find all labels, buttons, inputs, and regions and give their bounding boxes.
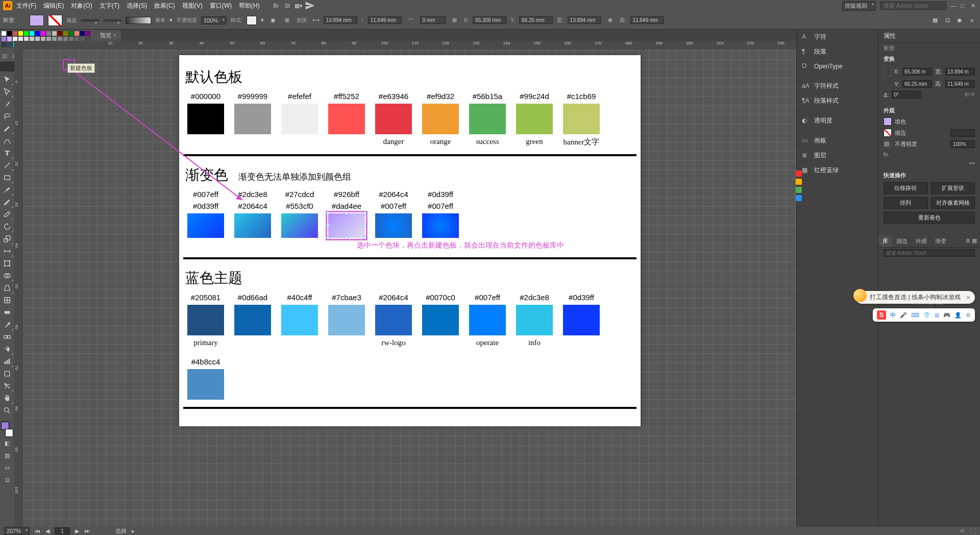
selection-tool[interactable] [1,74,14,86]
color-chip[interactable] [469,305,506,335]
swatch-lib-icon[interactable]: ▥ [2,53,9,60]
color-chip[interactable] [328,213,365,238]
swatch-cell[interactable] [57,31,63,36]
panel-custom-swatches[interactable]: ▦红橙蓝绿 [797,163,878,178]
appearance-opacity-field[interactable] [950,140,975,148]
stroke-weight-dropdown[interactable] [81,19,99,21]
adobe-stock-search[interactable] [880,2,946,10]
color-chip[interactable] [187,305,224,335]
width-field[interactable] [568,16,601,24]
pencil-tool[interactable] [1,196,14,208]
panel-transparency[interactable]: ◐透明度 [797,113,878,128]
artboard-tool[interactable] [1,368,14,380]
graphic-style-swatch[interactable] [247,16,257,25]
color-chip[interactable] [234,104,271,134]
perspective-tool[interactable] [1,282,14,294]
props-w-field[interactable] [945,68,975,76]
eraser-tool[interactable] [1,208,14,221]
expand-shape-button[interactable]: 扩展形状 [931,182,975,194]
color-chip[interactable] [187,213,224,238]
arrange-icon[interactable]: ▦▾ [293,1,304,11]
swatch-cell[interactable] [46,31,52,36]
fill-stroke-colors[interactable] [1,422,13,437]
color-chip[interactable] [516,305,553,335]
recolor-icon[interactable]: ◉ [268,15,278,26]
ime-settings-icon[interactable]: ⚙ [966,312,971,319]
color-chip[interactable] [422,305,459,335]
direct-selection-tool[interactable] [1,86,14,98]
menu-window[interactable]: 窗口(W) [207,1,235,11]
nav-prev-icon[interactable]: ◀ [45,528,50,534]
maximize-button[interactable]: □ [961,3,967,9]
x-field[interactable] [473,16,506,24]
ime-skin-icon[interactable]: 👕 [923,312,930,319]
color-chip[interactable] [516,104,553,134]
color-chip[interactable] [422,104,459,134]
tab-library[interactable]: 库 [878,235,892,247]
panel-opentype[interactable]: OOpenType [797,59,878,74]
ime-toolbox-icon[interactable]: ⊞ [935,312,939,319]
screen-mode-icon[interactable]: ⊡ [1,474,14,486]
panel-artboards[interactable]: ▭画板 [797,133,878,148]
width-tool[interactable] [1,245,14,257]
zoom-level-dropdown[interactable]: 207% [4,527,30,535]
blend-tool[interactable] [1,331,14,343]
color-chip[interactable] [375,305,412,335]
transform-icon[interactable]: ⊡ [942,15,952,26]
menu-help[interactable]: 帮助(H) [236,1,263,11]
close-button[interactable]: ✕ [971,3,977,9]
appearance-stroke-swatch[interactable] [884,129,892,137]
offset-path-button[interactable]: 位移路径 [884,182,928,194]
reference-point-icon[interactable] [884,66,891,77]
pen-tool[interactable] [1,123,14,135]
menu-edit[interactable]: 编辑(E) [40,1,67,11]
color-chip[interactable] [328,305,365,335]
swatch-cell[interactable] [18,31,23,36]
corner-icon[interactable]: ◠ [406,15,416,26]
ime-mic-icon[interactable]: 🎤 [900,312,907,319]
curvature-tool[interactable] [1,135,14,147]
color-chip[interactable] [234,213,271,238]
library-search-field[interactable] [884,249,975,257]
panel-para-styles[interactable]: ¶A段落样式 [797,93,878,108]
line-tool[interactable] [1,159,14,172]
status-expand-icon[interactable]: ⛶ [970,528,976,534]
rotate-tool[interactable] [1,221,14,233]
nav-next-icon[interactable]: ▶ [75,528,79,534]
more-icon[interactable]: ≡ [967,15,977,26]
shape-width-field[interactable] [324,16,357,24]
mesh-tool[interactable] [1,294,14,306]
draw-mode-icon[interactable]: ▭ [1,461,14,474]
shape-height-field[interactable] [368,16,402,24]
recolor-button[interactable]: 重新着色 [884,212,975,224]
swatch-cell[interactable] [7,36,12,42]
props-y-field[interactable] [902,80,932,88]
link-wh-icon[interactable]: ⊗ [605,15,616,26]
ime-game-icon[interactable]: 🎮 [943,312,950,319]
floating-ad[interactable]: 打工摸鱼首选 | 线条小狗制冰游戏 ✕ [855,291,975,304]
paintbrush-tool[interactable] [1,184,14,196]
appearance-stroke-weight[interactable] [950,129,975,137]
ime-lang-label[interactable]: 中 [890,311,896,319]
swatch-cell[interactable] [63,31,68,36]
gradient-mode-icon[interactable]: ▨ [1,449,14,461]
swatch-cell[interactable] [23,31,29,36]
panel-character[interactable]: A字符 [797,30,878,44]
swatch-cell[interactable] [1,42,7,47]
canvas-area[interactable]: 默认色板#000000#999999#efefef#ff5252#e63946d… [23,50,796,527]
color-chip[interactable] [234,305,271,335]
eyedropper-tool[interactable] [1,319,14,331]
swatch-cell[interactable] [68,31,74,36]
ime-user-icon[interactable]: 👤 [954,312,962,319]
menu-type[interactable]: 文字(T) [96,1,122,11]
color-chip[interactable] [187,369,224,400]
arrange-button[interactable]: 排列 [884,197,928,209]
nav-last-icon[interactable]: ⏭ [84,528,90,534]
opacity-dropdown[interactable]: 100% [201,16,227,25]
panel-paragraph[interactable]: ¶段落 [797,44,878,59]
document-tab[interactable]: 预览 × [95,30,122,41]
color-chip[interactable] [469,104,506,134]
type-tool[interactable] [1,147,14,159]
menu-file[interactable]: 文件(F) [13,1,39,11]
color-chip[interactable] [422,213,459,238]
